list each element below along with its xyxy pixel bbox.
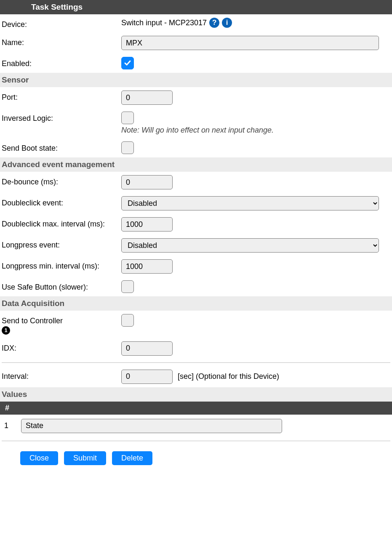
- controller-badge-icon: 1: [2, 326, 10, 335]
- values-section-header: Values: [0, 387, 392, 402]
- device-value: Switch input - MCP23017: [121, 19, 207, 27]
- delete-button[interactable]: Delete: [112, 451, 152, 465]
- longpress-event-select[interactable]: Disabled: [121, 238, 379, 253]
- info-icon[interactable]: i: [222, 18, 232, 28]
- sendctrl-row: Send to Controller 1: [0, 311, 392, 338]
- name-input[interactable]: [121, 36, 379, 50]
- value-name-input[interactable]: [21, 419, 282, 433]
- longpress-event-row: Longpress event: Disabled: [0, 235, 392, 256]
- safebutton-checkbox[interactable]: [121, 280, 134, 293]
- idx-input[interactable]: [121, 341, 173, 356]
- sendctrl-checkbox[interactable]: [121, 314, 134, 327]
- enabled-row: Enabled:: [0, 53, 392, 73]
- longpress-event-label: Longpress event:: [2, 238, 121, 250]
- safebutton-label: Use Safe Button (slower):: [2, 280, 121, 292]
- longpress-min-row: Longpress min. interval (ms):: [0, 256, 392, 277]
- help-icon[interactable]: ?: [209, 18, 219, 28]
- port-input[interactable]: [121, 91, 173, 105]
- enabled-checkbox[interactable]: [121, 57, 134, 69]
- acquisition-header: Data Acquisition: [0, 296, 392, 311]
- page-title: Task Settings: [0, 0, 392, 14]
- debounce-label: De-bounce (ms):: [2, 175, 121, 186]
- sensor-header: Sensor: [0, 73, 392, 87]
- safebutton-row: Use Safe Button (slower):: [0, 277, 392, 296]
- inversed-row: Inversed Logic:: [0, 108, 392, 125]
- inversed-note: Note: Will go into effect on next input …: [0, 125, 392, 138]
- interval-row: Interval: [sec] (Optional for this Devic…: [0, 366, 392, 387]
- interval-label: Interval:: [2, 370, 121, 381]
- sendboot-checkbox[interactable]: [121, 141, 134, 154]
- interval-suffix: [sec] (Optional for this Device): [178, 372, 279, 381]
- longpress-min-label: Longpress min. interval (ms):: [2, 259, 121, 271]
- advanced-header: Advanced event management: [0, 157, 392, 172]
- name-row: Name:: [0, 32, 392, 53]
- dblclick-event-select[interactable]: Disabled: [121, 196, 379, 210]
- inversed-label: Inversed Logic:: [2, 112, 121, 123]
- device-label: Device:: [2, 18, 121, 29]
- port-row: Port:: [0, 87, 392, 108]
- debounce-row: De-bounce (ms):: [0, 172, 392, 193]
- interval-input[interactable]: [121, 370, 173, 384]
- name-label: Name:: [2, 36, 121, 47]
- idx-row: IDX:: [0, 338, 392, 359]
- dblclick-event-label: Doubleclick event:: [2, 196, 121, 208]
- sendboot-row: Send Boot state:: [0, 138, 392, 157]
- debounce-input[interactable]: [121, 175, 173, 189]
- separator: [2, 441, 390, 441]
- table-row: 1: [0, 415, 392, 437]
- close-button[interactable]: Close: [20, 451, 58, 465]
- dblclick-max-input[interactable]: [121, 217, 173, 232]
- button-bar: Close Submit Delete: [0, 445, 392, 474]
- sendctrl-label: Send to Controller 1: [2, 314, 121, 335]
- dblclick-max-label: Doubleclick max. interval (ms):: [2, 217, 121, 229]
- device-row: Device: Switch input - MCP23017 ? i: [0, 14, 392, 32]
- longpress-min-input[interactable]: [121, 259, 173, 274]
- port-label: Port:: [2, 91, 121, 102]
- value-index: 1: [2, 421, 18, 430]
- submit-button[interactable]: Submit: [64, 451, 106, 465]
- sendboot-label: Send Boot state:: [2, 141, 121, 153]
- separator: [2, 362, 390, 363]
- dblclick-max-row: Doubleclick max. interval (ms):: [0, 214, 392, 235]
- idx-label: IDX:: [2, 341, 121, 353]
- inversed-checkbox[interactable]: [121, 112, 134, 124]
- dblclick-event-row: Doubleclick event: Disabled: [0, 193, 392, 214]
- values-table-header: #: [0, 402, 392, 415]
- enabled-label: Enabled:: [2, 57, 121, 68]
